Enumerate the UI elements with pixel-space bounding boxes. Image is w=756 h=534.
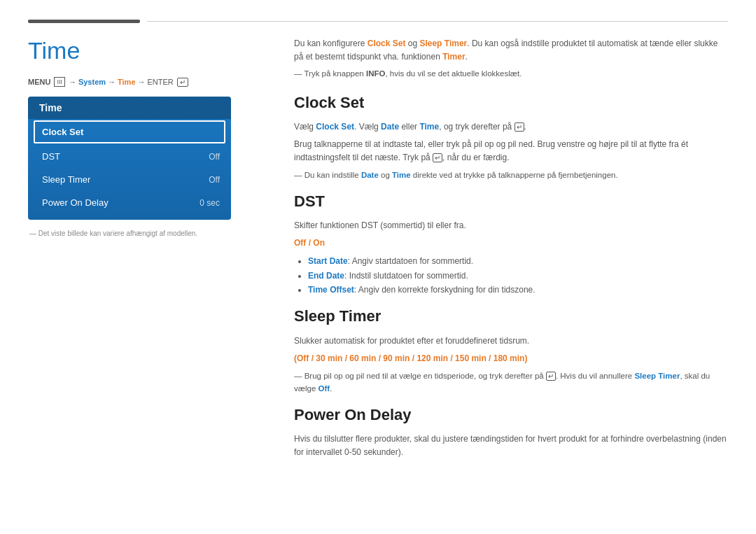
- clock-set-section: Clock Set Vælg Clock Set. Vælg Date elle…: [294, 90, 728, 182]
- cs-note-time: Time: [392, 171, 411, 179]
- power-on-delay-label: Power On Delay: [42, 197, 108, 208]
- clock-set-body2: Brug talknapperne til at indtaste tal, e…: [294, 138, 728, 164]
- sleep-timer-options-text: (Off / 30 min / 60 min / 90 min / 120 mi…: [294, 353, 527, 363]
- tv-menu-item-dst[interactable]: DST Off: [28, 145, 231, 168]
- page-title: Time: [28, 37, 266, 64]
- dst-end-date: End Date: [308, 271, 344, 281]
- right-panel: Du kan konfigurere Clock Set og Sleep Ti…: [294, 37, 728, 534]
- menu-label: MENU: [28, 78, 50, 86]
- clock-set-note: Du kan indstille Date og Time direkte ve…: [294, 169, 728, 181]
- sleep-timer-options: (Off / 30 min / 60 min / 90 min / 120 mi…: [294, 352, 728, 365]
- arrow2: →: [108, 78, 115, 86]
- dst-time-offset: Time Offset: [308, 285, 354, 295]
- sleep-timer-label: Sleep Timer: [42, 174, 90, 185]
- dst-bullet-start: Start Date: Angiv startdatoen for sommer…: [308, 254, 728, 268]
- sleep-timer-title: Sleep Timer: [294, 304, 728, 328]
- intro-timer: Timer: [442, 52, 465, 62]
- power-on-delay-body: Hvis du tilslutter flere produkter, skal…: [294, 433, 728, 459]
- cs-time-ref: Time: [419, 122, 439, 132]
- st-sleep-ref: Sleep Timer: [634, 372, 680, 380]
- enter-icon: ↵: [177, 78, 188, 87]
- menu-time: Time: [118, 78, 135, 86]
- enter-label: ENTER: [148, 78, 174, 86]
- image-note: Det viste billede kan variere afhængigt …: [28, 230, 266, 237]
- sleep-timer-body: Slukker automatisk for produktet efter e…: [294, 335, 728, 348]
- progress-bar-filled: [28, 20, 140, 23]
- clock-set-body1: Vælg Clock Set. Vælg Date eller Time, og…: [294, 120, 728, 134]
- left-panel: Time MENU III → System → Time → ENTER ↵ …: [28, 37, 266, 534]
- cs-date-ref: Date: [381, 122, 399, 132]
- dst-label: DST: [42, 151, 60, 162]
- page-container: Time MENU III → System → Time → ENTER ↵ …: [0, 0, 756, 534]
- power-on-delay-title: Power On Delay: [294, 402, 728, 427]
- menu-icon: III: [54, 77, 65, 87]
- intro-clock-set: Clock Set: [368, 38, 406, 48]
- cs-enter-icon2: ↵: [433, 153, 442, 162]
- sleep-timer-note: Brug pil op og pil ned til at vælge en t…: [294, 370, 728, 395]
- dst-bullet-end: End Date: Indstil slutdatoen for sommert…: [308, 269, 728, 283]
- intro-sleep-timer: Sleep Timer: [419, 38, 467, 48]
- dst-offon: Off / On: [294, 237, 728, 250]
- menu-system: System: [78, 78, 106, 86]
- tv-menu-item-power-on-delay[interactable]: Power On Delay 0 sec: [28, 191, 231, 214]
- menu-path: MENU III → System → Time → ENTER ↵: [28, 77, 266, 87]
- dst-offon-label: Off / On: [294, 238, 325, 248]
- intro-text: Du kan konfigurere Clock Set og Sleep Ti…: [294, 37, 728, 63]
- st-enter-icon: ↵: [546, 372, 556, 381]
- clock-set-title: Clock Set: [294, 90, 728, 115]
- power-on-delay-section: Power On Delay Hvis du tilslutter flere …: [294, 402, 728, 460]
- arrow1: →: [69, 78, 76, 86]
- dst-bullet-offset: Time Offset: Angiv den korrekte forskydn…: [308, 283, 728, 297]
- dst-title: DST: [294, 189, 728, 213]
- dst-value: Off: [209, 152, 220, 162]
- tv-menu: Time Clock Set DST Off Sleep Timer Off P…: [28, 97, 231, 220]
- tv-menu-header: Time: [28, 97, 231, 119]
- power-on-delay-value: 0 sec: [200, 198, 220, 208]
- sleep-timer-section: Sleep Timer Slukker automatisk for produ…: [294, 304, 728, 395]
- clock-set-label: Clock Set: [42, 127, 83, 137]
- cs-note-date: Date: [361, 171, 379, 179]
- dst-section: DST Skifter funktionen DST (sommertid) t…: [294, 189, 728, 297]
- main-content: Time MENU III → System → Time → ENTER ↵ …: [28, 30, 728, 534]
- dst-start-date: Start Date: [308, 256, 348, 266]
- cs-enter-icon: ↵: [514, 122, 524, 132]
- intro-note: Tryk på knappen INFO, hvis du vil se det…: [294, 67, 728, 80]
- tv-menu-item-sleep-timer[interactable]: Sleep Timer Off: [28, 168, 231, 191]
- st-off-ref: Off: [318, 384, 330, 393]
- tv-menu-item-clock-set[interactable]: Clock Set: [34, 120, 225, 143]
- cs-clockset-ref: Clock Set: [316, 122, 354, 132]
- sleep-timer-value: Off: [209, 175, 220, 185]
- progress-bar-empty: [147, 21, 728, 22]
- dst-bullet-list: Start Date: Angiv startdatoen for sommer…: [294, 254, 728, 297]
- top-bar: [28, 0, 728, 23]
- arrow3: →: [138, 78, 146, 86]
- dst-body: Skifter funktionen DST (sommertid) til e…: [294, 219, 728, 232]
